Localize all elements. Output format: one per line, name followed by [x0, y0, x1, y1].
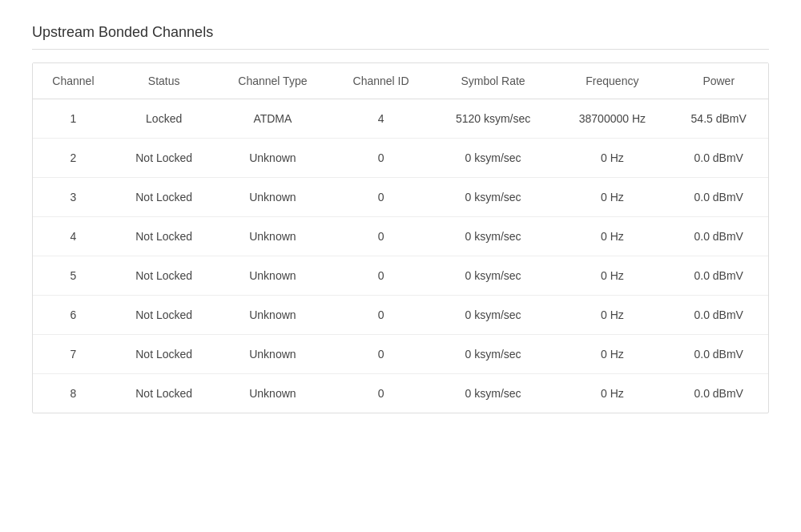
cell-channel_id: 0	[331, 178, 431, 217]
cell-power: 0.0 dBmV	[669, 256, 768, 296]
cell-frequency: 0 Hz	[555, 178, 669, 217]
cell-symbol_rate: 0 ksym/sec	[431, 256, 555, 296]
cell-frequency: 0 Hz	[555, 374, 669, 413]
page-container: Upstream Bonded Channels ChannelStatusCh…	[16, 16, 785, 429]
cell-symbol_rate: 0 ksym/sec	[431, 178, 555, 217]
cell-channel_type: Unknown	[214, 335, 331, 374]
cell-channel_id: 0	[331, 256, 431, 296]
cell-channel: 6	[33, 296, 114, 335]
cell-channel_type: Unknown	[214, 296, 331, 335]
cell-channel_type: ATDMA	[214, 99, 331, 139]
cell-channel_type: Unknown	[214, 139, 331, 178]
cell-channel_id: 4	[331, 99, 431, 139]
cell-power: 0.0 dBmV	[669, 217, 768, 256]
cell-symbol_rate: 0 ksym/sec	[431, 296, 555, 335]
cell-channel_type: Unknown	[214, 217, 331, 256]
table-body: 1LockedATDMA45120 ksym/sec38700000 Hz54.…	[33, 99, 768, 413]
cell-channel_type: Unknown	[214, 178, 331, 217]
cell-channel_id: 0	[331, 374, 431, 413]
table-header-row: ChannelStatusChannel TypeChannel IDSymbo…	[33, 63, 768, 99]
cell-frequency: 0 Hz	[555, 256, 669, 296]
cell-power: 0.0 dBmV	[669, 374, 768, 413]
cell-channel_type: Unknown	[214, 374, 331, 413]
cell-channel: 2	[33, 139, 114, 178]
cell-status: Not Locked	[114, 296, 215, 335]
cell-channel_id: 0	[331, 296, 431, 335]
cell-channel: 1	[33, 99, 114, 139]
table-row: 2Not LockedUnknown00 ksym/sec0 Hz0.0 dBm…	[33, 139, 768, 178]
table-row: 7Not LockedUnknown00 ksym/sec0 Hz0.0 dBm…	[33, 335, 768, 374]
cell-status: Locked	[114, 99, 215, 139]
section-title: Upstream Bonded Channels	[32, 24, 769, 50]
column-header-frequency: Frequency	[555, 63, 669, 99]
table-row: 3Not LockedUnknown00 ksym/sec0 Hz0.0 dBm…	[33, 178, 768, 217]
cell-symbol_rate: 0 ksym/sec	[431, 335, 555, 374]
cell-status: Not Locked	[114, 217, 215, 256]
cell-channel: 5	[33, 256, 114, 296]
cell-channel_id: 0	[331, 139, 431, 178]
upstream-channels-table: ChannelStatusChannel TypeChannel IDSymbo…	[33, 63, 768, 413]
cell-channel: 3	[33, 178, 114, 217]
cell-symbol_rate: 0 ksym/sec	[431, 374, 555, 413]
cell-channel_id: 0	[331, 217, 431, 256]
cell-status: Not Locked	[114, 335, 215, 374]
table-row: 4Not LockedUnknown00 ksym/sec0 Hz0.0 dBm…	[33, 217, 768, 256]
cell-status: Not Locked	[114, 374, 215, 413]
cell-symbol_rate: 0 ksym/sec	[431, 139, 555, 178]
column-header-channel: Channel	[33, 63, 114, 99]
cell-channel_type: Unknown	[214, 256, 331, 296]
table-row: 8Not LockedUnknown00 ksym/sec0 Hz0.0 dBm…	[33, 374, 768, 413]
cell-frequency: 0 Hz	[555, 335, 669, 374]
cell-channel: 4	[33, 217, 114, 256]
table-wrapper: ChannelStatusChannel TypeChannel IDSymbo…	[32, 62, 769, 413]
cell-power: 0.0 dBmV	[669, 178, 768, 217]
cell-power: 0.0 dBmV	[669, 335, 768, 374]
table-row: 6Not LockedUnknown00 ksym/sec0 Hz0.0 dBm…	[33, 296, 768, 335]
column-header-channel_type: Channel Type	[214, 63, 331, 99]
cell-power: 54.5 dBmV	[669, 99, 768, 139]
column-header-power: Power	[669, 63, 768, 99]
table-row: 5Not LockedUnknown00 ksym/sec0 Hz0.0 dBm…	[33, 256, 768, 296]
cell-frequency: 38700000 Hz	[555, 99, 669, 139]
cell-status: Not Locked	[114, 178, 215, 217]
cell-channel_id: 0	[331, 335, 431, 374]
cell-frequency: 0 Hz	[555, 217, 669, 256]
cell-power: 0.0 dBmV	[669, 139, 768, 178]
table-row: 1LockedATDMA45120 ksym/sec38700000 Hz54.…	[33, 99, 768, 139]
column-header-status: Status	[114, 63, 215, 99]
cell-channel: 8	[33, 374, 114, 413]
column-header-symbol_rate: Symbol Rate	[431, 63, 555, 99]
cell-status: Not Locked	[114, 139, 215, 178]
cell-status: Not Locked	[114, 256, 215, 296]
cell-symbol_rate: 0 ksym/sec	[431, 217, 555, 256]
column-header-channel_id: Channel ID	[331, 63, 431, 99]
cell-frequency: 0 Hz	[555, 139, 669, 178]
cell-power: 0.0 dBmV	[669, 296, 768, 335]
cell-symbol_rate: 5120 ksym/sec	[431, 99, 555, 139]
cell-frequency: 0 Hz	[555, 296, 669, 335]
cell-channel: 7	[33, 335, 114, 374]
